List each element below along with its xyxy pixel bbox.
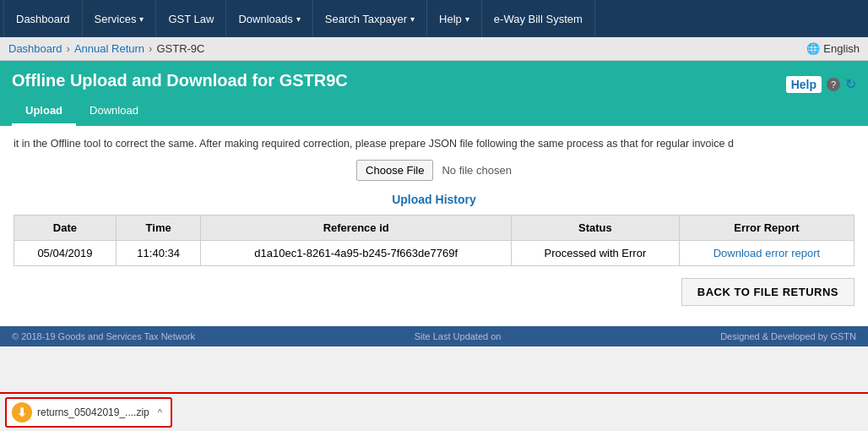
cell-status: Processed with Error — [511, 241, 679, 266]
footer-right: Designed & Developed by GSTN — [720, 331, 856, 341]
footer-center: Site Last Updated on — [415, 331, 502, 341]
tab-upload[interactable]: Upload — [12, 97, 76, 126]
nav-search-taxpayer[interactable]: Search Taxpayer ▾ — [313, 0, 427, 37]
nav-downloads[interactable]: Downloads ▾ — [226, 0, 312, 37]
col-header-error: Error Report — [679, 216, 854, 241]
breadcrumb-gstr9c: GSTR-9C — [156, 42, 204, 55]
page-header: Offline Upload and Download for GSTR9C H… — [12, 71, 856, 97]
download-filename: returns_05042019_....zip — [37, 406, 149, 418]
no-file-label: No file chosen — [442, 164, 511, 177]
cell-error-report: Download error report — [679, 241, 854, 266]
table-row: 05/04/2019 11:40:34 d1a10ec1-8261-4a95-b… — [14, 241, 854, 266]
breadcrumb-bar: Dashboard › Annual Return › GSTR-9C 🌐 En… — [0, 37, 868, 61]
download-file-item[interactable]: ⬇ returns_05042019_....zip ^ — [5, 397, 172, 428]
page-title: Offline Upload and Download for GSTR9C — [12, 71, 348, 90]
download-chevron-icon[interactable]: ^ — [158, 407, 162, 417]
cell-refid: d1a10ec1-8261-4a95-b245-7f663de7769f — [201, 241, 512, 266]
nav-eway-bill[interactable]: e-Way Bill System — [482, 0, 595, 37]
globe-icon: 🌐 — [806, 42, 820, 55]
back-to-file-returns-button[interactable]: BACK TO FILE RETURNS — [681, 278, 854, 306]
cell-date: 05/04/2019 — [14, 241, 117, 266]
nav-help[interactable]: Help ▾ — [427, 0, 482, 37]
header-right: Help ? ↻ — [786, 76, 856, 93]
download-bar: ⬇ returns_05042019_....zip ^ — [0, 392, 868, 431]
nav-gst-law[interactable]: GST Law — [156, 0, 226, 37]
downloads-arrow-icon: ▾ — [296, 14, 301, 24]
content-area: Offline Upload and Download for GSTR9C H… — [0, 61, 868, 126]
breadcrumb-dashboard[interactable]: Dashboard — [8, 42, 62, 55]
download-file-icon: ⬇ — [12, 402, 32, 423]
tab-download[interactable]: Download — [76, 97, 152, 126]
page-footer: © 2018-19 Goods and Services Tax Network… — [0, 326, 868, 346]
help-button[interactable]: Help — [786, 76, 822, 93]
cell-time: 11:40:34 — [116, 241, 201, 266]
download-error-report-link[interactable]: Download error report — [713, 247, 820, 259]
navigation-bar: Dashboard Services ▾ GST Law Downloads ▾… — [0, 0, 868, 37]
breadcrumb-sep-2: › — [149, 42, 152, 55]
col-header-time: Time — [116, 216, 201, 241]
col-header-refid: Reference id — [201, 216, 512, 241]
upload-history-title: Upload History — [14, 193, 854, 206]
col-header-status: Status — [511, 216, 679, 241]
breadcrumb-sep-1: › — [67, 42, 70, 55]
breadcrumb-annual-return[interactable]: Annual Return — [74, 42, 144, 55]
col-header-date: Date — [14, 216, 117, 241]
white-body: it in the Offline tool to correct the sa… — [0, 126, 868, 326]
footer-left: © 2018-19 Goods and Services Tax Network — [12, 331, 195, 341]
choose-file-button[interactable]: Choose File — [356, 160, 433, 181]
upload-history-table: Date Time Reference id Status Error Repo… — [14, 215, 854, 266]
nav-dashboard[interactable]: Dashboard — [3, 0, 83, 37]
help-arrow-icon: ▾ — [465, 14, 469, 24]
refresh-icon[interactable]: ↻ — [845, 76, 856, 92]
language-selector[interactable]: 🌐 English — [806, 42, 860, 55]
services-arrow-icon: ▾ — [139, 14, 144, 24]
help-question-icon[interactable]: ? — [827, 78, 840, 91]
table-body: 05/04/2019 11:40:34 d1a10ec1-8261-4a95-b… — [14, 241, 854, 266]
nav-services[interactable]: Services ▾ — [83, 0, 157, 37]
file-upload-row: Choose File No file chosen — [14, 160, 854, 181]
table-header: Date Time Reference id Status Error Repo… — [14, 216, 854, 241]
back-btn-row: BACK TO FILE RETURNS — [14, 266, 854, 314]
search-arrow-icon: ▾ — [410, 14, 415, 24]
instruction-text: it in the Offline tool to correct the sa… — [14, 138, 854, 150]
tabs-row: Upload Download — [12, 97, 856, 126]
